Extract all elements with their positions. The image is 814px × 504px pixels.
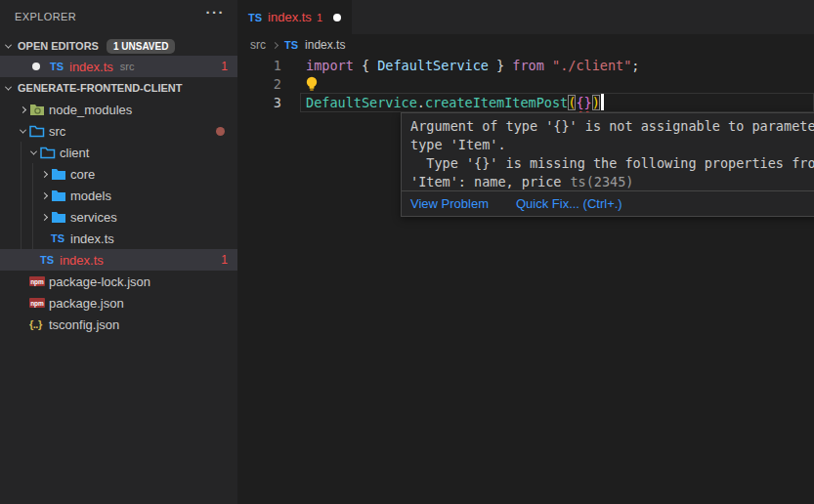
- tree-item-package-lock-json[interactable]: npm package-lock.json: [0, 271, 237, 292]
- workspace-folder-header[interactable]: GENERATE-FRONTEND-CLIENT: [0, 77, 237, 99]
- ts-file-icon: TS: [50, 61, 69, 72]
- explorer-sidebar: EXPLORER ··· OPEN EDITORS 1 UNSAVED TS i…: [0, 0, 237, 504]
- chevron-right-icon: [19, 105, 25, 112]
- tree-item-src[interactable]: src: [0, 120, 237, 142]
- open-editor-file-path: src: [120, 61, 135, 72]
- folder-icon: [51, 211, 70, 224]
- tree-item-node-modules[interactable]: node_modules: [0, 99, 237, 120]
- tree-item-models[interactable]: models: [0, 185, 237, 206]
- diagnostic-code: ts(2345): [570, 174, 633, 189]
- tab-bar: TS index.ts 1: [237, 0, 814, 34]
- ts-file-icon: TS: [40, 254, 60, 266]
- folder-node-modules-icon: [29, 104, 49, 116]
- tree-item-tsconfig-json[interactable]: {..} tsconfig.json: [0, 314, 237, 335]
- dirty-dot-icon[interactable]: [333, 14, 341, 21]
- code-line-1: 1 import { DefaultService } from "./clie…: [237, 57, 814, 75]
- open-editor-item-index-ts[interactable]: TS index.ts src 1: [0, 56, 237, 77]
- hover-message-line: Argument of type '{}' is not assignable …: [410, 117, 814, 136]
- tree-item-core[interactable]: core: [0, 163, 237, 185]
- code-line-3: 3 DefaultService.createItemItemPost({}): [237, 94, 814, 112]
- folder-open-icon: [40, 147, 60, 159]
- error-count-badge: 1: [221, 60, 228, 73]
- folder-open-icon: [29, 125, 49, 138]
- ts-file-icon: TS: [248, 12, 262, 23]
- folder-icon: [51, 168, 70, 181]
- tree-item-services[interactable]: services: [0, 206, 237, 228]
- line-number: 1: [237, 57, 281, 75]
- chevron-down-icon: [5, 41, 12, 48]
- line-number: 2: [237, 75, 281, 94]
- chevron-down-icon: [5, 83, 12, 90]
- chevron-right-icon: [40, 191, 47, 198]
- more-actions-icon[interactable]: ···: [206, 4, 226, 21]
- open-editors-header[interactable]: OPEN EDITORS 1 UNSAVED: [0, 35, 237, 57]
- hover-message-line: type 'Item'.: [410, 136, 814, 154]
- tab-file-name: index.ts: [268, 10, 312, 24]
- ts-file-icon: TS: [284, 39, 298, 51]
- error-count-badge: 1: [221, 253, 228, 267]
- breadcrumb-file[interactable]: index.ts: [305, 38, 345, 52]
- breadcrumb: src TS index.ts: [237, 34, 345, 56]
- error-hover-tooltip: Argument of type '{}' is not assignable …: [401, 112, 814, 217]
- matched-paren-close: ): [592, 95, 600, 110]
- tree-item-package-json[interactable]: npm package.json: [0, 292, 237, 314]
- folder-icon: [51, 189, 70, 202]
- modified-dot-icon: [216, 127, 225, 136]
- error-squiggle-braces: {}: [576, 95, 591, 110]
- open-editors-label: OPEN EDITORS: [18, 40, 99, 52]
- tab-index-ts[interactable]: TS index.ts 1: [237, 0, 352, 34]
- editor-pane: TS index.ts 1 src TS index.ts 1 import {…: [237, 0, 814, 504]
- hover-action-bar: View Problem Quick Fix... (Ctrl+.): [402, 190, 814, 216]
- dirty-dot-icon: [32, 63, 40, 70]
- tree-item-client-index-ts[interactable]: TS index.ts: [0, 228, 237, 249]
- npm-icon: npm: [29, 298, 45, 308]
- ts-file-icon: TS: [51, 232, 70, 244]
- view-problem-link[interactable]: View Problem: [410, 196, 489, 211]
- tab-error-count: 1: [317, 12, 322, 23]
- hover-message-line: Type '{}' is missing the following prope…: [410, 154, 814, 173]
- workspace-folder-label: GENERATE-FRONTEND-CLIENT: [18, 82, 182, 94]
- explorer-title: EXPLORER: [15, 11, 76, 22]
- breadcrumb-folder[interactable]: src: [250, 38, 266, 52]
- chevron-right-icon: [272, 41, 278, 48]
- tree-item-client[interactable]: client: [0, 142, 237, 163]
- chevron-right-icon: [40, 170, 47, 177]
- chevron-down-icon: [29, 147, 36, 154]
- unsaved-badge: 1 UNSAVED: [107, 39, 176, 54]
- lightbulb-quickfix-icon[interactable]: [305, 76, 319, 95]
- open-editor-file-name: index.ts: [69, 60, 113, 74]
- chevron-right-icon: [40, 213, 47, 220]
- braces-icon: {..}: [29, 318, 42, 330]
- hover-message-line: 'Item': name, price: [410, 174, 561, 189]
- text-cursor: [601, 94, 604, 110]
- code-line-2: 2: [237, 75, 814, 94]
- npm-icon: npm: [29, 276, 45, 286]
- tree-item-src-index-ts[interactable]: TS index.ts 1: [0, 249, 237, 271]
- chevron-down-icon: [19, 126, 25, 133]
- quick-fix-link[interactable]: Quick Fix... (Ctrl+.): [516, 196, 622, 211]
- line-number: 3: [237, 94, 281, 112]
